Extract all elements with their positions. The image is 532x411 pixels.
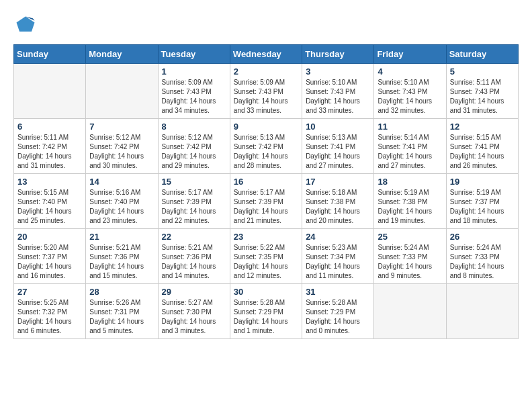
weekday-header-monday: Monday	[86, 45, 158, 64]
day-info: Sunrise: 5:21 AM Sunset: 7:36 PM Dayligh…	[89, 243, 154, 281]
day-number: 8	[162, 122, 226, 132]
day-info: Sunrise: 5:19 AM Sunset: 7:38 PM Dayligh…	[378, 188, 442, 226]
day-info: Sunrise: 5:21 AM Sunset: 7:36 PM Dayligh…	[162, 243, 226, 281]
calendar-week-2: 6Sunrise: 5:11 AM Sunset: 7:42 PM Daylig…	[14, 119, 519, 174]
day-info: Sunrise: 5:27 AM Sunset: 7:30 PM Dayligh…	[162, 298, 226, 336]
calendar-cell: 16Sunrise: 5:17 AM Sunset: 7:39 PM Dayli…	[230, 174, 302, 229]
calendar-cell: 25Sunrise: 5:24 AM Sunset: 7:33 PM Dayli…	[374, 229, 446, 284]
day-info: Sunrise: 5:13 AM Sunset: 7:42 PM Dayligh…	[234, 133, 298, 171]
day-info: Sunrise: 5:10 AM Sunset: 7:43 PM Dayligh…	[378, 78, 442, 116]
day-info: Sunrise: 5:14 AM Sunset: 7:41 PM Dayligh…	[378, 133, 442, 171]
calendar-cell: 8Sunrise: 5:12 AM Sunset: 7:42 PM Daylig…	[158, 119, 230, 174]
calendar-table: SundayMondayTuesdayWednesdayThursdayFrid…	[13, 44, 519, 339]
day-info: Sunrise: 5:17 AM Sunset: 7:39 PM Dayligh…	[234, 188, 298, 226]
calendar-cell: 11Sunrise: 5:14 AM Sunset: 7:41 PM Dayli…	[374, 119, 446, 174]
day-number: 4	[378, 66, 442, 77]
day-info: Sunrise: 5:15 AM Sunset: 7:40 PM Dayligh…	[17, 188, 82, 226]
day-number: 28	[89, 287, 154, 297]
calendar-cell: 3Sunrise: 5:10 AM Sunset: 7:43 PM Daylig…	[302, 64, 374, 119]
day-info: Sunrise: 5:25 AM Sunset: 7:32 PM Dayligh…	[17, 298, 82, 336]
calendar-cell: 27Sunrise: 5:25 AM Sunset: 7:32 PM Dayli…	[14, 284, 86, 339]
day-number: 7	[89, 122, 154, 132]
calendar-cell: 10Sunrise: 5:13 AM Sunset: 7:41 PM Dayli…	[302, 119, 374, 174]
calendar-cell: 30Sunrise: 5:28 AM Sunset: 7:29 PM Dayli…	[230, 284, 302, 339]
day-info: Sunrise: 5:28 AM Sunset: 7:29 PM Dayligh…	[234, 298, 298, 336]
day-number: 21	[89, 232, 154, 242]
day-number: 5	[450, 66, 515, 77]
day-number: 14	[89, 177, 154, 187]
calendar-cell: 20Sunrise: 5:20 AM Sunset: 7:37 PM Dayli…	[14, 229, 86, 284]
day-info: Sunrise: 5:15 AM Sunset: 7:41 PM Dayligh…	[450, 133, 515, 171]
day-number: 11	[378, 122, 442, 132]
calendar-cell: 31Sunrise: 5:28 AM Sunset: 7:29 PM Dayli…	[302, 284, 374, 339]
day-info: Sunrise: 5:16 AM Sunset: 7:40 PM Dayligh…	[89, 188, 154, 226]
calendar-cell: 18Sunrise: 5:19 AM Sunset: 7:38 PM Dayli…	[374, 174, 446, 229]
calendar-cell: 4Sunrise: 5:10 AM Sunset: 7:43 PM Daylig…	[374, 64, 446, 119]
day-number: 15	[162, 177, 226, 187]
day-number: 24	[306, 232, 370, 242]
day-info: Sunrise: 5:12 AM Sunset: 7:42 PM Dayligh…	[162, 133, 226, 171]
calendar-cell: 23Sunrise: 5:22 AM Sunset: 7:35 PM Dayli…	[230, 229, 302, 284]
day-number: 19	[450, 177, 515, 187]
calendar-cell	[14, 64, 86, 119]
day-number: 20	[17, 232, 82, 242]
day-number: 17	[306, 177, 370, 187]
calendar-cell: 24Sunrise: 5:23 AM Sunset: 7:34 PM Dayli…	[302, 229, 374, 284]
day-info: Sunrise: 5:24 AM Sunset: 7:33 PM Dayligh…	[450, 243, 515, 281]
day-number: 9	[234, 122, 298, 132]
calendar-cell: 17Sunrise: 5:18 AM Sunset: 7:38 PM Dayli…	[302, 174, 374, 229]
day-info: Sunrise: 5:10 AM Sunset: 7:43 PM Dayligh…	[306, 78, 370, 116]
day-number: 30	[234, 287, 298, 297]
day-number: 2	[234, 66, 298, 77]
day-info: Sunrise: 5:23 AM Sunset: 7:34 PM Dayligh…	[306, 243, 370, 281]
day-info: Sunrise: 5:09 AM Sunset: 7:43 PM Dayligh…	[162, 78, 226, 116]
calendar-cell: 13Sunrise: 5:15 AM Sunset: 7:40 PM Dayli…	[14, 174, 86, 229]
logo	[13, 13, 40, 38]
day-number: 1	[162, 66, 226, 77]
day-info: Sunrise: 5:13 AM Sunset: 7:41 PM Dayligh…	[306, 133, 370, 171]
calendar-cell: 19Sunrise: 5:19 AM Sunset: 7:37 PM Dayli…	[446, 174, 518, 229]
calendar-cell: 26Sunrise: 5:24 AM Sunset: 7:33 PM Dayli…	[446, 229, 518, 284]
day-number: 6	[17, 122, 82, 132]
day-info: Sunrise: 5:17 AM Sunset: 7:39 PM Dayligh…	[162, 188, 226, 226]
calendar-cell: 28Sunrise: 5:26 AM Sunset: 7:31 PM Dayli…	[86, 284, 158, 339]
day-number: 26	[450, 232, 515, 242]
calendar-week-1: 1Sunrise: 5:09 AM Sunset: 7:43 PM Daylig…	[14, 64, 519, 119]
day-info: Sunrise: 5:12 AM Sunset: 7:42 PM Dayligh…	[89, 133, 154, 171]
calendar-cell: 2Sunrise: 5:09 AM Sunset: 7:43 PM Daylig…	[230, 64, 302, 119]
day-number: 16	[234, 177, 298, 187]
calendar-cell: 12Sunrise: 5:15 AM Sunset: 7:41 PM Dayli…	[446, 119, 518, 174]
day-info: Sunrise: 5:11 AM Sunset: 7:42 PM Dayligh…	[17, 133, 82, 171]
day-info: Sunrise: 5:09 AM Sunset: 7:43 PM Dayligh…	[234, 78, 298, 116]
calendar-week-5: 27Sunrise: 5:25 AM Sunset: 7:32 PM Dayli…	[14, 284, 519, 339]
day-number: 31	[306, 287, 370, 297]
day-number: 27	[17, 287, 82, 297]
page-header	[13, 13, 519, 38]
day-number: 29	[162, 287, 226, 297]
calendar-week-3: 13Sunrise: 5:15 AM Sunset: 7:40 PM Dayli…	[14, 174, 519, 229]
day-info: Sunrise: 5:22 AM Sunset: 7:35 PM Dayligh…	[234, 243, 298, 281]
day-number: 22	[162, 232, 226, 242]
weekday-header-row: SundayMondayTuesdayWednesdayThursdayFrid…	[14, 45, 519, 64]
day-info: Sunrise: 5:19 AM Sunset: 7:37 PM Dayligh…	[450, 188, 515, 226]
calendar-cell: 6Sunrise: 5:11 AM Sunset: 7:42 PM Daylig…	[14, 119, 86, 174]
weekday-header-wednesday: Wednesday	[230, 45, 302, 64]
day-number: 12	[450, 122, 515, 132]
day-info: Sunrise: 5:18 AM Sunset: 7:38 PM Dayligh…	[306, 188, 370, 226]
day-info: Sunrise: 5:11 AM Sunset: 7:43 PM Dayligh…	[450, 78, 515, 116]
calendar-cell	[446, 284, 518, 339]
calendar-cell: 29Sunrise: 5:27 AM Sunset: 7:30 PM Dayli…	[158, 284, 230, 339]
calendar-cell	[86, 64, 158, 119]
weekday-header-tuesday: Tuesday	[158, 45, 230, 64]
calendar-cell: 7Sunrise: 5:12 AM Sunset: 7:42 PM Daylig…	[86, 119, 158, 174]
calendar-cell: 9Sunrise: 5:13 AM Sunset: 7:42 PM Daylig…	[230, 119, 302, 174]
calendar-cell: 15Sunrise: 5:17 AM Sunset: 7:39 PM Dayli…	[158, 174, 230, 229]
calendar-week-4: 20Sunrise: 5:20 AM Sunset: 7:37 PM Dayli…	[14, 229, 519, 284]
weekday-header-sunday: Sunday	[14, 45, 86, 64]
day-info: Sunrise: 5:24 AM Sunset: 7:33 PM Dayligh…	[378, 243, 442, 281]
day-number: 18	[378, 177, 442, 187]
day-number: 23	[234, 232, 298, 242]
calendar-cell: 1Sunrise: 5:09 AM Sunset: 7:43 PM Daylig…	[158, 64, 230, 119]
day-info: Sunrise: 5:20 AM Sunset: 7:37 PM Dayligh…	[17, 243, 82, 281]
day-number: 13	[17, 177, 82, 187]
